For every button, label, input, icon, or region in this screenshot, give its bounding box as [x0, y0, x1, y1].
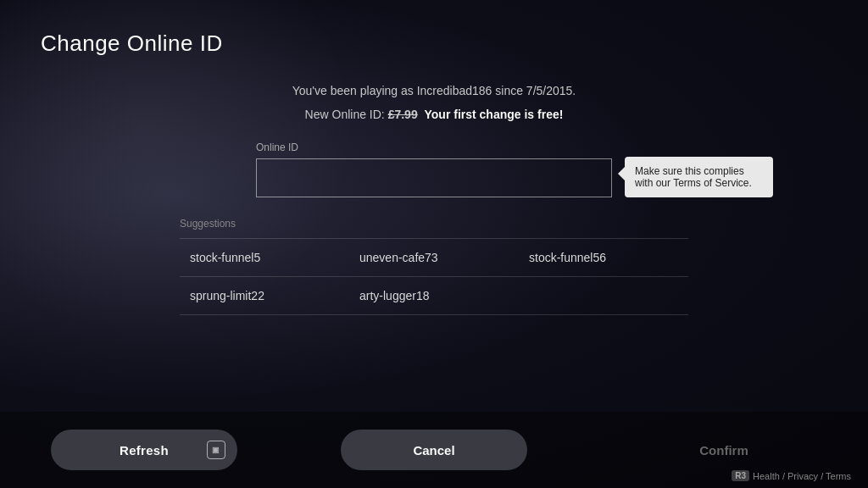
page-title: Change Online ID: [41, 30, 827, 57]
price-strikethrough: £7.99: [388, 108, 418, 121]
confirm-button: Confirm: [631, 430, 817, 470]
input-section: Online ID Make sure this complies with o…: [256, 141, 612, 197]
suggestions-grid: stock-funnel5 uneven-cafe73 stock-funnel…: [180, 238, 688, 315]
subtitle-text: You've been playing as Incredibad186 sin…: [292, 84, 576, 97]
suggestion-item[interactable]: sprung-limit22: [180, 277, 349, 314]
suggestion-item[interactable]: arty-lugger18: [349, 277, 519, 314]
cancel-label: Cancel: [413, 443, 454, 458]
cancel-button[interactable]: Cancel: [341, 430, 527, 470]
refresh-label: Refresh: [120, 443, 169, 458]
suggestion-item[interactable]: uneven-cafe73: [349, 239, 519, 276]
suggestion-item[interactable]: stock-funnel56: [519, 239, 688, 276]
new-id-line: New Online ID: £7.99 Your first change i…: [305, 108, 564, 121]
suggestions-label: Suggestions: [180, 218, 688, 230]
footer-badge: R3: [732, 470, 749, 481]
input-label: Online ID: [256, 141, 612, 153]
suggestion-item[interactable]: stock-funnel5: [180, 239, 349, 276]
online-id-input[interactable]: [256, 158, 612, 197]
footer-links: R3 Health / Privacy / Terms: [732, 470, 851, 481]
suggestion-row: stock-funnel5 uneven-cafe73 stock-funnel…: [180, 238, 688, 276]
suggestion-item-empty: [519, 277, 688, 314]
confirm-label: Confirm: [699, 443, 748, 458]
refresh-button[interactable]: Refresh ▣: [51, 430, 237, 470]
free-change-text: Your first change is free!: [424, 108, 563, 121]
tooltip-text: Make sure this complies with our Terms o…: [635, 165, 752, 189]
footer-links-text: Health / Privacy / Terms: [753, 471, 851, 481]
new-id-label: New Online ID:: [305, 108, 385, 121]
square-icon: ▣: [207, 441, 225, 459]
tooltip: Make sure this complies with our Terms o…: [625, 157, 773, 197]
suggestion-row: sprung-limit22 arty-lugger18: [180, 276, 688, 315]
suggestions-section: Suggestions stock-funnel5 uneven-cafe73 …: [180, 218, 688, 315]
